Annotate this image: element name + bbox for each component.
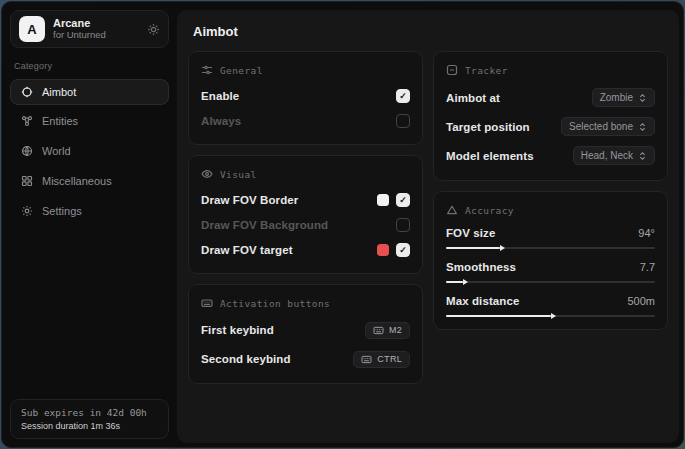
- color-swatch[interactable]: [377, 194, 389, 206]
- general-section: General Enable ✓ Always ✓: [188, 51, 423, 145]
- section-header: Tracker: [446, 64, 655, 76]
- setting-label: Second keybind: [201, 353, 291, 365]
- left-column: General Enable ✓ Always ✓: [188, 51, 423, 384]
- section-header: Visual: [201, 168, 410, 180]
- sidebar-item-label: Entities: [42, 115, 78, 127]
- setting-row-fov-background: Draw FOV Background ✓: [201, 214, 410, 236]
- max-distance-slider[interactable]: [446, 315, 655, 317]
- check-icon: ✓: [399, 245, 407, 255]
- section-title: General: [220, 65, 263, 76]
- sidebar-nav: Aimbot Entities World: [10, 79, 169, 225]
- setting-label: Draw FOV Background: [201, 219, 328, 231]
- crosshair-icon: [21, 86, 33, 98]
- eye-icon: [201, 168, 213, 180]
- fov-size-slider[interactable]: [446, 247, 655, 249]
- gear-icon: [21, 205, 33, 217]
- main-panel: Aimbot General E: [177, 10, 679, 443]
- brand-title: Arcane: [53, 17, 139, 30]
- session-duration-text: Session duration 1m 36s: [21, 421, 158, 431]
- section-header: Accuracy: [446, 204, 655, 216]
- page-title: Aimbot: [193, 24, 668, 39]
- setting-label: Target position: [446, 121, 530, 133]
- grid-icon: [21, 175, 33, 187]
- setting-label: Draw FOV Border: [201, 194, 298, 206]
- sidebar-item-entities[interactable]: Entities: [10, 107, 169, 135]
- color-swatch[interactable]: [377, 244, 389, 256]
- dropdown-row-target-position: Target position Selected bone: [446, 114, 655, 139]
- gear-icon[interactable]: [147, 23, 160, 36]
- setting-label: Model elements: [446, 150, 534, 162]
- sidebar-item-world[interactable]: World: [10, 137, 169, 165]
- sidebar-item-label: Miscellaneous: [42, 175, 112, 187]
- accuracy-section: Accuracy FOV size 94° Smoothness: [433, 191, 668, 330]
- keyboard-icon: [361, 355, 372, 364]
- keybind-row-first: First keybind M2: [201, 318, 410, 342]
- slider-fill: [446, 281, 463, 283]
- fov-background-checkbox[interactable]: ✓: [396, 218, 410, 232]
- enable-checkbox[interactable]: ✓: [396, 89, 410, 103]
- fov-target-checkbox[interactable]: ✓: [396, 243, 410, 257]
- setting-label: Always: [201, 115, 241, 127]
- check-icon: ✓: [399, 91, 407, 101]
- second-keybind-button[interactable]: CTRL: [353, 351, 410, 368]
- sidebar-item-label: Settings: [42, 205, 82, 217]
- keybind-value: M2: [389, 325, 402, 335]
- setting-label: Enable: [201, 90, 239, 102]
- setting-row-always: Always ✓: [201, 110, 410, 132]
- chevrons-up-down-icon: [638, 151, 647, 161]
- section-header: General: [201, 64, 410, 76]
- sub-expiry-text: Sub expires in 42d 00h: [21, 407, 158, 418]
- globe-icon: [21, 145, 33, 157]
- triangle-icon: [446, 204, 458, 216]
- slider-group-smoothness: Smoothness 7.7: [446, 259, 655, 283]
- model-elements-dropdown[interactable]: Head, Neck: [573, 146, 655, 165]
- keybind-row-second: Second keybind CTRL: [201, 347, 410, 371]
- dropdown-value: Zombie: [600, 92, 633, 103]
- setting-label: Aimbot at: [446, 92, 500, 104]
- sidebar-item-miscellaneous[interactable]: Miscellaneous: [10, 167, 169, 195]
- smoothness-slider[interactable]: [446, 281, 655, 283]
- brand-card: A Arcane for Unturned: [10, 10, 169, 48]
- dropdown-row-model-elements: Model elements Head, Neck: [446, 143, 655, 168]
- first-keybind-button[interactable]: M2: [365, 322, 410, 339]
- section-title: Accuracy: [465, 205, 514, 216]
- dropdown-value: Selected bone: [569, 121, 633, 132]
- app-logo: A: [19, 16, 45, 42]
- keyboard-icon: [201, 297, 213, 309]
- sidebar-item-aimbot[interactable]: Aimbot: [10, 79, 169, 105]
- setting-label: First keybind: [201, 324, 274, 336]
- sidebar-item-label: World: [42, 145, 71, 157]
- sidebar-item-settings[interactable]: Settings: [10, 197, 169, 225]
- check-icon: ✓: [399, 116, 407, 126]
- target-position-dropdown[interactable]: Selected bone: [561, 117, 655, 136]
- fov-border-checkbox[interactable]: ✓: [396, 193, 410, 207]
- slider-value: 7.7: [640, 261, 655, 273]
- setting-row-enable: Enable ✓: [201, 85, 410, 107]
- check-icon: ✓: [399, 195, 407, 205]
- setting-label: Draw FOV target: [201, 244, 293, 256]
- slider-value: 94°: [638, 227, 655, 239]
- setting-label: FOV size: [446, 227, 495, 239]
- section-header: Activation buttons: [201, 297, 410, 309]
- brand-subtitle: for Unturned: [53, 30, 139, 41]
- chevrons-up-down-icon: [638, 122, 647, 132]
- subscription-info-card: Sub expires in 42d 00h Session duration …: [10, 399, 169, 439]
- dropdown-value: Head, Neck: [581, 150, 633, 161]
- sliders-icon: [201, 64, 213, 76]
- category-label: Category: [14, 61, 169, 71]
- section-title: Tracker: [465, 65, 508, 76]
- setting-label: Smoothness: [446, 261, 516, 273]
- sidebar: A Arcane for Unturned Category A: [2, 2, 177, 447]
- entities-icon: [21, 115, 33, 127]
- sidebar-item-label: Aimbot: [42, 86, 76, 98]
- aimbot-at-dropdown[interactable]: Zombie: [592, 88, 655, 107]
- section-title: Activation buttons: [220, 298, 330, 309]
- setting-label: Max distance: [446, 295, 519, 307]
- visual-section: Visual Draw FOV Border ✓ Draw FOV Backgr…: [188, 155, 423, 274]
- setting-row-fov-border: Draw FOV Border ✓: [201, 189, 410, 211]
- keybind-value: CTRL: [377, 354, 402, 364]
- right-column: Tracker Aimbot at Zombie: [433, 51, 668, 330]
- slider-fill: [446, 247, 500, 249]
- always-checkbox[interactable]: ✓: [396, 114, 410, 128]
- dropdown-row-aimbot-at: Aimbot at Zombie: [446, 85, 655, 110]
